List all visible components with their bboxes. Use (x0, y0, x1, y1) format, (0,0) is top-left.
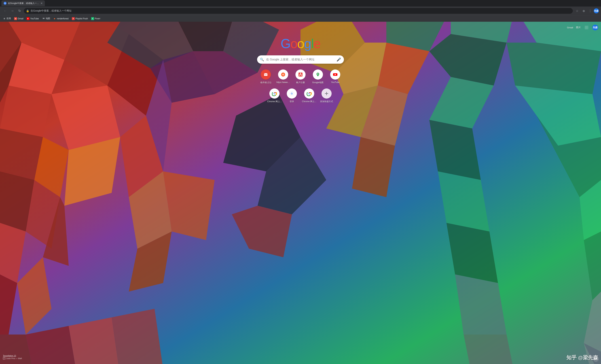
back-button[interactable]: ← (2, 8, 8, 14)
apps-icon: ⊞ (3, 17, 6, 20)
svg-point-58 (585, 26, 586, 27)
shortcut-inbox-label: 收件箱 (11) (260, 81, 271, 84)
search-box[interactable]: 🔍 🎤 (257, 55, 344, 64)
ntp-top-right: Gmail 图片 先森 (567, 25, 598, 30)
svg-point-59 (586, 26, 587, 27)
svg-rect-67 (264, 73, 268, 76)
svg-point-79 (309, 93, 310, 94)
shortcut-googlemaps-icon (313, 70, 323, 80)
svg-rect-82 (3, 357, 5, 359)
shortcut-googlemaps-label: Google地图 (312, 81, 324, 84)
forward-button[interactable]: → (10, 8, 15, 14)
toolbar: ← → ↻ 🔒 在Google中搜索，或者输入一个网址 ☆ ⊕ ⋮ 先森 (0, 7, 601, 15)
address-bar[interactable]: 🔒 在Google中搜索，或者输入一个网址 (24, 8, 573, 14)
new-tab-page: Gmail 图片 先森 Google (0, 22, 601, 364)
tab-favicon: G (4, 2, 7, 5)
shortcut-youtube[interactable]: YouTube (328, 70, 342, 84)
shortcut-https-label: https://www.... (276, 81, 290, 84)
search-input[interactable] (266, 58, 334, 61)
wallpaper-author-text: Justin Prno — Walli (6, 357, 22, 359)
google-logo-o1: o (290, 36, 297, 51)
browser-tab[interactable]: G 在Google中搜索，或者输入一个网址 ✕ (1, 0, 45, 6)
title-bar: G 在Google中搜索，或者输入一个网址 ✕ (0, 0, 601, 7)
tab-title: 在Google中搜索，或者输入一个网址 (8, 2, 39, 5)
svg-point-75 (274, 93, 275, 94)
bookmark-apps-label: 应用 (7, 17, 11, 20)
svg-point-61 (585, 27, 586, 28)
shortcut-chrome1-icon (269, 89, 280, 99)
maps-bookmark-icon: 🗺 (42, 17, 45, 20)
ntp-images-link[interactable]: 图片 (576, 26, 581, 29)
reload-button[interactable]: ↻ (17, 8, 22, 14)
bookmark-maps[interactable]: 🗺 地图 (41, 16, 51, 21)
shortcut-chrome1[interactable]: Chrome 网上... (267, 89, 282, 103)
bookmark-apps[interactable]: ⊞ 应用 (1, 16, 12, 21)
tab-close-button[interactable]: ✕ (40, 2, 43, 5)
ntp-user-avatar[interactable]: 先森 (592, 25, 598, 30)
google-logo-l: l (311, 36, 313, 51)
bookmark-youtube-label: YouTube (30, 17, 39, 20)
wallpaper-author: Justin Prno — Walli (3, 357, 22, 360)
shortcut-inbox[interactable]: 收件箱 (11) (259, 70, 273, 84)
bookmark-youtube[interactable]: ▶ YouTube (25, 16, 40, 21)
google-logo-g: g (304, 36, 311, 51)
shortcut-add-icon (321, 89, 332, 99)
shortcut-chrome2[interactable]: Chrome 网上... (302, 89, 316, 103)
bookmark-playlist-push-label: Playlist Push (75, 17, 88, 20)
google-logo-o2: o (297, 36, 304, 51)
shortcut-register[interactable]: 账户注册 (293, 70, 308, 84)
shortcut-chrome2-icon (304, 89, 314, 99)
user-avatar-toolbar[interactable]: 先森 (594, 8, 599, 13)
bookmark-star-button[interactable]: ☆ (574, 8, 580, 14)
shortcut-login[interactable]: G 登录 (285, 89, 299, 103)
svg-point-64 (585, 29, 586, 29)
bookmark-maps-label: 地图 (46, 17, 50, 20)
wallpaper-link-icon (3, 357, 5, 360)
svg-point-66 (588, 29, 588, 29)
extensions-button[interactable]: ⊕ (581, 8, 587, 14)
shortcut-https-icon (278, 70, 288, 80)
svg-point-69 (283, 74, 283, 75)
playlist-push-bookmark-icon: P (72, 17, 75, 20)
shortcut-chrome1-label: Chrome 网上... (267, 100, 282, 103)
bookmark-playlist-push[interactable]: P Playlist Push (70, 16, 89, 21)
ntp-gmail-link[interactable]: Gmail (567, 26, 573, 29)
shortcuts-row-1: 收件箱 (11) https://www.... (259, 70, 342, 84)
shortcut-add[interactable]: 添加快捷方式 (319, 89, 334, 103)
ntp-bottom-left: Tessellation 15 Justin Prno — Walli (3, 354, 22, 360)
gmail-bookmark-icon: M (14, 17, 17, 20)
bookmark-fiverr[interactable]: F Fiverr (90, 16, 102, 21)
address-text: 在Google中搜索，或者输入一个网址 (30, 9, 571, 12)
wallpaper-name[interactable]: Tessellation 15 (3, 354, 22, 357)
shortcuts-row-2: Chrome 网上... G 登录 (267, 89, 334, 103)
youtube-bookmark-icon: ▶ (27, 17, 30, 20)
toolbar-right: ☆ ⊕ ⋮ 先森 (574, 8, 599, 14)
ntp-apps-grid-button[interactable] (584, 25, 590, 30)
shortcut-add-label: 添加快捷方式 (320, 100, 333, 103)
bookmarks-bar: ⊞ 应用 M Gmail ▶ YouTube 🗺 地图 ▶ renderfore… (0, 15, 601, 22)
microphone-icon[interactable]: 🎤 (337, 57, 341, 62)
svg-point-63 (588, 27, 588, 28)
google-logo-e: e (313, 36, 321, 51)
bookmark-gmail[interactable]: M Gmail (13, 16, 25, 21)
customize-ntp-button[interactable]: ✏ (593, 356, 599, 362)
lock-icon: 🔒 (26, 10, 29, 12)
shortcut-inbox-icon (261, 70, 271, 80)
svg-point-62 (586, 27, 587, 28)
shortcut-youtube-label: YouTube (331, 81, 339, 84)
shortcut-register-icon (295, 70, 306, 80)
menu-button[interactable]: ⋮ (587, 8, 593, 14)
shortcut-youtube-icon (330, 70, 340, 80)
shortcut-https[interactable]: https://www.... (276, 70, 290, 84)
shortcut-chrome2-label: Chrome 网上... (302, 100, 316, 103)
svg-point-65 (586, 29, 587, 29)
content-area: Gmail 图片 先森 Google (0, 22, 601, 364)
bookmark-fiverr-label: Fiverr (95, 17, 100, 20)
svg-text:G: G (291, 92, 293, 95)
google-logo-G: G (280, 36, 290, 51)
svg-point-60 (588, 26, 588, 27)
search-icon: 🔍 (260, 58, 264, 61)
shortcut-login-label: 登录 (290, 100, 294, 103)
shortcut-googlemaps[interactable]: Google地图 (311, 70, 325, 84)
bookmark-renderforest[interactable]: ▶ renderforest (52, 16, 70, 21)
